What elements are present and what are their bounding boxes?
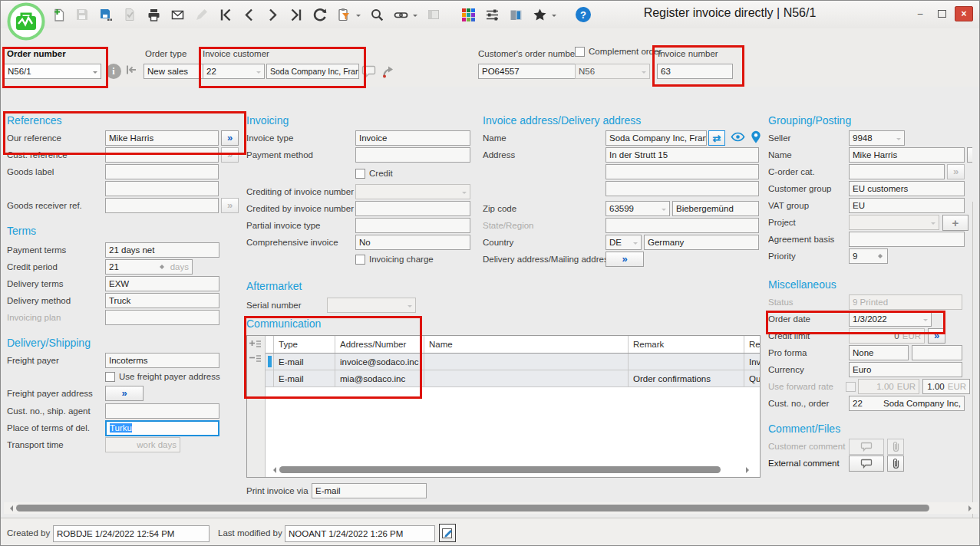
scroll-left-icon[interactable] — [270, 467, 276, 473]
credit-period-stepper[interactable]: 21days — [105, 259, 193, 275]
order-date-combo[interactable]: 1/3/2022 — [849, 311, 932, 327]
credit-limit-button[interactable]: » — [928, 328, 945, 344]
map-pin-icon[interactable] — [751, 130, 761, 146]
delivery-method-field[interactable]: Truck — [105, 293, 219, 308]
delete-row-icon[interactable] — [248, 353, 262, 365]
ship-agent-field[interactable] — [105, 403, 219, 419]
next-record-icon[interactable] — [264, 6, 281, 23]
edit-note-icon[interactable] — [439, 524, 456, 542]
external-comment-icon[interactable] — [849, 456, 884, 472]
color-settings-icon[interactable] — [460, 6, 477, 23]
copy-filter-caret-icon[interactable] — [356, 15, 361, 19]
save-as-icon[interactable] — [97, 6, 114, 23]
dropdown-arrow-icon[interactable] — [923, 319, 928, 324]
dropdown-arrow-icon[interactable] — [256, 71, 261, 76]
swap-address-icon[interactable]: ⇄ — [708, 130, 725, 146]
link-icon[interactable] — [392, 6, 409, 23]
comprehensive-field[interactable]: No — [355, 235, 470, 250]
scroll-right-icon[interactable] — [746, 467, 752, 473]
first-record-icon[interactable] — [216, 6, 233, 23]
credit-checkbox[interactable] — [355, 169, 365, 179]
currency-field[interactable]: Euro — [849, 362, 962, 377]
our-reference-lookup-button[interactable]: » — [221, 130, 239, 146]
goods-label-field[interactable] — [105, 164, 219, 179]
delivery-mailing-button[interactable]: » — [605, 252, 644, 267]
seller-combo[interactable]: 9948 — [849, 130, 905, 146]
payment-method-field[interactable] — [355, 147, 470, 163]
communication-row-2[interactable]: E-mail mia@sodaco.inc Order confirmation… — [266, 370, 760, 387]
communication-row-1[interactable]: E-mail invoice@sodaco.inc Invoice — [266, 354, 760, 370]
display-settings-icon[interactable] — [483, 6, 500, 23]
city-field[interactable]: Biebergemünd — [672, 201, 759, 216]
invoice-customer-code-combo[interactable]: 22 — [203, 64, 265, 79]
scroll-left-icon[interactable] — [7, 505, 13, 511]
favorites-caret-icon[interactable] — [552, 15, 556, 19]
address-name-field[interactable]: Soda Company Inc, Frankfurt — [605, 130, 707, 146]
seller-name-side-button[interactable] — [967, 147, 972, 163]
maximize-button[interactable] — [933, 7, 950, 21]
favorites-icon[interactable] — [531, 6, 548, 23]
scroll-right-icon[interactable] — [968, 505, 975, 511]
delivery-terms-field[interactable]: EXW — [105, 276, 219, 291]
c-order-cat-field[interactable] — [849, 164, 945, 179]
goto-customer-icon[interactable] — [381, 65, 394, 81]
our-reference-field[interactable]: Mike Harris — [105, 130, 219, 146]
customers-order-number-field[interactable]: PO64557 — [478, 64, 584, 79]
spinner-icon[interactable] — [158, 262, 166, 271]
col-remark[interactable]: Remark — [629, 336, 744, 353]
print-icon[interactable] — [145, 6, 162, 23]
external-attachment-icon[interactable] — [887, 456, 904, 472]
dropdown-arrow-icon[interactable] — [896, 138, 901, 143]
complement-order-checkbox[interactable] — [575, 47, 585, 57]
address-line1-field[interactable]: In der Strutt 15 — [605, 147, 759, 163]
spinner-icon[interactable] — [876, 252, 884, 261]
freight-payer-field[interactable]: Incoterms — [105, 353, 219, 368]
email-icon[interactable] — [169, 6, 186, 23]
new-document-icon[interactable] — [50, 6, 67, 23]
place-of-terms-field[interactable]: Turku — [105, 420, 219, 436]
copy-with-filter-icon[interactable] — [335, 6, 352, 23]
col-type[interactable]: Type — [274, 336, 335, 353]
scrollbar-thumb[interactable] — [279, 466, 721, 473]
dropdown-arrow-icon[interactable] — [662, 209, 666, 213]
agreement-basis-field[interactable] — [849, 232, 965, 247]
payment-terms-field[interactable]: 21 days net — [105, 242, 219, 258]
pro-forma-field[interactable]: None — [849, 345, 909, 360]
communication-scrollbar[interactable] — [267, 464, 755, 475]
priority-stepper[interactable]: 9 — [849, 248, 888, 264]
sign-icon[interactable] — [193, 6, 210, 23]
eye-icon[interactable] — [731, 131, 745, 146]
help-icon[interactable]: ? — [575, 6, 592, 23]
address-line3-field[interactable] — [605, 181, 759, 196]
refresh-icon[interactable] — [312, 6, 328, 23]
use-freight-payer-address-checkbox[interactable] — [105, 372, 115, 382]
seller-name-field[interactable]: Mike Harris — [849, 147, 965, 163]
add-project-icon[interactable]: + — [942, 215, 968, 231]
scrollbar-thumb[interactable] — [16, 505, 929, 511]
customer-comment-bubble-icon[interactable] — [361, 64, 376, 81]
goods-receiver-field[interactable] — [105, 198, 219, 213]
order-number-combo[interactable]: N56/1 — [4, 64, 101, 79]
dropdown-arrow-icon[interactable] — [633, 242, 638, 247]
close-button[interactable]: × — [955, 6, 973, 21]
col-recipient[interactable]: Recipient — [744, 336, 760, 353]
col-name[interactable]: Name — [424, 336, 629, 353]
cust-reference-field[interactable] — [105, 147, 219, 163]
invoicing-charge-checkbox[interactable] — [355, 255, 365, 265]
minimize-button[interactable]: – — [912, 7, 929, 21]
dock-left-icon[interactable] — [125, 64, 139, 80]
approve-document-icon[interactable] — [121, 6, 138, 23]
search-icon[interactable] — [368, 6, 385, 23]
save-icon[interactable] — [74, 6, 91, 23]
customer-group-field[interactable]: EU customers — [849, 181, 965, 196]
zip-code-combo[interactable]: 63599 — [605, 201, 670, 216]
goods-label-field-2[interactable] — [105, 181, 219, 196]
pro-forma-field-2[interactable] — [912, 345, 962, 360]
col-address-number[interactable]: Address/Number — [335, 336, 424, 353]
country-code-combo[interactable]: DE — [605, 235, 642, 250]
info-icon[interactable]: i — [106, 64, 121, 79]
last-record-icon[interactable] — [288, 6, 305, 23]
cust-no-order-field[interactable]: 22Soda Company Inc, — [849, 396, 965, 411]
freight-payer-address-button[interactable]: » — [105, 386, 144, 401]
address-line2-field[interactable] — [605, 164, 759, 179]
